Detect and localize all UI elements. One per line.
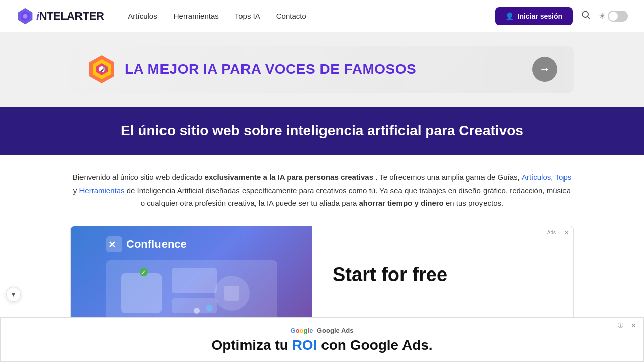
signin-button[interactable]: 👤 Iniciar sesión xyxy=(495,7,573,25)
search-icon xyxy=(581,10,591,22)
google-ads-headline: Optimiza tu ROI con Google Ads. xyxy=(1,337,643,353)
svg-rect-13 xyxy=(172,268,217,293)
ad-close-icon[interactable]: ✕ xyxy=(564,229,569,236)
toggle-thumb xyxy=(609,12,618,21)
google-ads-bar: ⓘ ✕ Google Google Ads Optimiza tu ROI co… xyxy=(0,317,644,362)
banner-container: 🎤 LA MEJOR IA PARA VOCES DE FAMOSOS → xyxy=(0,32,644,107)
user-icon: 👤 xyxy=(505,12,514,20)
svg-point-2 xyxy=(23,14,28,18)
google-g: G xyxy=(291,327,296,334)
nav-articulos[interactable]: Artículos xyxy=(128,12,157,20)
google-ads-label: Google Google Ads xyxy=(1,327,643,334)
banner-text: LA MEJOR IA PARA VOCES DE FAMOSOS xyxy=(125,61,416,77)
svg-rect-16 xyxy=(224,286,239,301)
nav-tops-ia[interactable]: Tops IA xyxy=(235,12,260,20)
ad-headline: Start for free xyxy=(333,264,553,286)
nav-contacto[interactable]: Contacto xyxy=(276,12,306,20)
ad-label: Ads xyxy=(545,229,558,236)
confluence-brand: Confluence xyxy=(126,238,187,251)
google-gl: g xyxy=(304,327,308,334)
nav-herramientas[interactable]: Herramientas xyxy=(174,12,219,20)
confluence-icon: ✕ xyxy=(106,236,122,252)
banner[interactable]: 🎤 LA MEJOR IA PARA VOCES DE FAMOSOS → xyxy=(70,46,574,93)
svg-point-19 xyxy=(194,308,200,314)
search-button[interactable] xyxy=(581,10,591,22)
google-ads-word: Google Ads xyxy=(317,327,353,334)
intro-text: Bienvenido al único sitio web dedicado e… xyxy=(70,171,574,210)
svg-text:✓: ✓ xyxy=(141,269,145,276)
google-o2: o xyxy=(300,327,304,334)
svg-point-20 xyxy=(206,305,213,312)
intro-section: Bienvenido al único sitio web dedicado e… xyxy=(0,155,644,226)
ad-info-icon: ⓘ xyxy=(618,322,623,329)
theme-toggle[interactable]: ☀ xyxy=(599,11,628,22)
link-herramientas[interactable]: Herramientas xyxy=(79,186,125,195)
chevron-down-icon: ▾ xyxy=(12,290,15,298)
ad-illustration: ✓ xyxy=(106,260,277,326)
navbar: iNTELARTER Artículos Herramientas Tops I… xyxy=(0,0,644,32)
svg-rect-12 xyxy=(121,273,162,313)
nav-links: Artículos Herramientas Tops IA Contacto xyxy=(128,12,306,21)
confluence-logo: ✕ Confluence xyxy=(106,236,277,252)
logo[interactable]: iNTELARTER xyxy=(16,7,104,25)
google-e: e xyxy=(309,327,313,334)
sun-icon: ☀ xyxy=(599,11,606,21)
link-articulos[interactable]: Artículos xyxy=(522,173,551,182)
logo-text: iNTELARTER xyxy=(36,10,104,23)
hero-section: El único sitio web sobre inteligencia ar… xyxy=(0,107,644,155)
svg-text:✕: ✕ xyxy=(108,240,116,250)
google-o1: o xyxy=(296,327,300,334)
ad-close-button[interactable]: ✕ xyxy=(631,322,636,329)
svg-text:🎤: 🎤 xyxy=(100,66,106,73)
svg-line-4 xyxy=(588,17,590,19)
banner-arrow[interactable]: → xyxy=(532,57,557,82)
hero-title: El único sitio web sobre inteligencia ar… xyxy=(0,123,644,139)
banner-left: 🎤 LA MEJOR IA PARA VOCES DE FAMOSOS xyxy=(87,54,416,84)
navbar-left: iNTELARTER Artículos Herramientas Tops I… xyxy=(16,7,306,25)
toggle-track[interactable] xyxy=(608,11,628,22)
logo-icon xyxy=(16,7,34,25)
float-toggle[interactable]: ▾ xyxy=(6,287,21,302)
navbar-right: 👤 Iniciar sesión ☀ xyxy=(495,7,628,25)
link-tops[interactable]: Tops xyxy=(555,173,572,182)
banner-icon: 🎤 xyxy=(87,54,117,84)
